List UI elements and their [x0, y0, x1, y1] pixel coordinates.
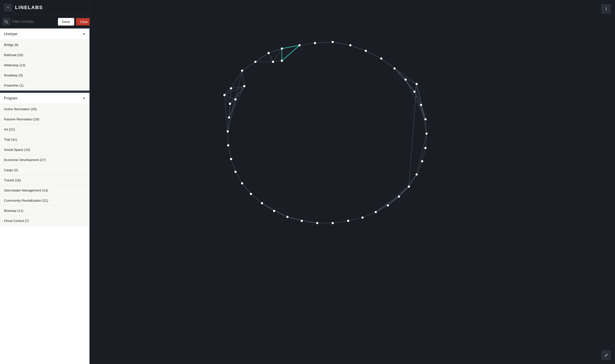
- svg-point-110: [227, 130, 229, 132]
- svg-point-134: [408, 185, 410, 188]
- clear-button[interactable]: Clear: [76, 18, 92, 26]
- info-button[interactable]: i: [601, 4, 611, 14]
- done-button[interactable]: Done: [58, 18, 74, 26]
- list-item[interactable]: Blueway (11): [0, 206, 90, 216]
- close-button[interactable]: ×: [4, 3, 12, 12]
- svg-line-45: [224, 95, 236, 99]
- svg-line-81: [394, 68, 406, 79]
- svg-line-3: [242, 71, 244, 86]
- svg-point-150: [227, 144, 229, 146]
- svg-point-143: [286, 216, 288, 218]
- svg-point-107: [229, 103, 231, 105]
- svg-line-96: [274, 211, 288, 217]
- svg-line-101: [366, 51, 381, 59]
- svg-line-55: [224, 88, 231, 95]
- svg-line-89: [376, 205, 388, 212]
- list-item[interactable]: Railroad (29): [0, 50, 90, 60]
- svg-line-27: [363, 212, 376, 218]
- svg-point-120: [332, 41, 334, 43]
- info-icon: i: [606, 6, 607, 12]
- svg-line-79: [381, 59, 394, 68]
- svg-point-138: [361, 216, 364, 219]
- svg-line-87: [399, 174, 417, 196]
- svg-line-100: [350, 45, 366, 51]
- list-item[interactable]: Trail (41): [0, 134, 90, 145]
- svg-point-112: [241, 70, 243, 72]
- svg-line-19: [425, 119, 427, 134]
- list-item[interactable]: Bridge (6): [0, 40, 90, 50]
- svg-line-92: [288, 217, 302, 221]
- highlight-edges: [282, 45, 300, 61]
- svg-point-132: [421, 160, 423, 162]
- list-item[interactable]: Transit (16): [0, 175, 90, 185]
- svg-point-126: [416, 83, 418, 85]
- list-item[interactable]: Art (21): [0, 124, 90, 134]
- app-title: LINELABS: [15, 5, 43, 10]
- svg-line-57: [229, 86, 244, 117]
- search-icon[interactable]: [2, 18, 10, 26]
- svg-line-4: [242, 62, 255, 71]
- svg-point-133: [416, 173, 418, 176]
- svg-point-118: [299, 44, 301, 46]
- list-item[interactable]: Social Space (15): [0, 145, 90, 155]
- list-item[interactable]: Active Recreation (45): [0, 104, 90, 114]
- expand-icon: ⤢: [604, 352, 608, 358]
- svg-point-113: [254, 61, 256, 63]
- search-input[interactable]: [12, 19, 56, 25]
- graph-edges: [224, 42, 427, 223]
- svg-line-39: [228, 145, 231, 159]
- svg-line-28: [348, 218, 363, 221]
- svg-point-111: [243, 85, 245, 87]
- list-item[interactable]: Powerline (1): [0, 80, 90, 91]
- list-item[interactable]: Flood Control (7): [0, 216, 90, 226]
- svg-line-103: [282, 45, 300, 61]
- svg-point-149: [230, 158, 232, 160]
- linetype-section-header[interactable]: Linetype ▼: [0, 28, 90, 40]
- svg-line-9: [300, 43, 315, 45]
- svg-line-80: [394, 68, 414, 92]
- list-item[interactable]: Passive Recreation (29): [0, 114, 90, 124]
- svg-line-56: [230, 88, 231, 104]
- svg-line-104: [282, 45, 300, 49]
- network-graph: [90, 0, 615, 364]
- list-item[interactable]: Waterway (13): [0, 60, 90, 70]
- expand-button[interactable]: ⤢: [601, 350, 611, 360]
- svg-point-125: [405, 78, 407, 81]
- svg-point-146: [250, 193, 252, 195]
- svg-point-116: [281, 48, 283, 50]
- svg-line-41: [228, 117, 229, 131]
- svg-point-142: [301, 220, 303, 222]
- map-area[interactable]: i ⤢: [90, 0, 615, 364]
- svg-line-52: [224, 95, 228, 131]
- svg-line-93: [302, 221, 317, 223]
- list-item[interactable]: Cargo (2): [0, 165, 90, 175]
- program-section-header[interactable]: Program ▼: [0, 93, 90, 104]
- list-item[interactable]: Economic Development (27): [0, 155, 90, 165]
- svg-line-40: [228, 131, 228, 145]
- svg-point-105: [223, 94, 225, 96]
- svg-point-124: [393, 67, 396, 70]
- svg-line-88: [409, 174, 417, 187]
- svg-line-61: [273, 49, 282, 62]
- list-item[interactable]: Roadway (5): [0, 70, 90, 80]
- svg-line-64: [269, 53, 273, 62]
- svg-line-49: [231, 86, 244, 88]
- svg-point-135: [398, 195, 400, 198]
- svg-line-75: [394, 68, 417, 84]
- svg-line-59: [269, 49, 282, 53]
- section-separator: [0, 91, 90, 93]
- svg-point-137: [375, 211, 377, 213]
- svg-point-115: [272, 61, 274, 63]
- list-item[interactable]: Stormwater Management (14): [0, 185, 90, 195]
- svg-line-83: [417, 134, 427, 174]
- svg-line-67: [255, 53, 269, 62]
- graph-nodes: [223, 41, 428, 224]
- sidebar: × LINELABS Done Clear Linetype ▼ Bridge …: [0, 0, 90, 364]
- program-label: Program: [4, 96, 17, 100]
- linetype-arrow-icon: ▼: [82, 32, 85, 36]
- linetype-items: Bridge (6) Railroad (29) Waterway (13) R…: [0, 40, 90, 91]
- list-item[interactable]: Community Revitalization (21): [0, 195, 90, 206]
- svg-line-78: [414, 92, 425, 119]
- svg-point-121: [349, 44, 352, 46]
- svg-line-43: [224, 95, 230, 104]
